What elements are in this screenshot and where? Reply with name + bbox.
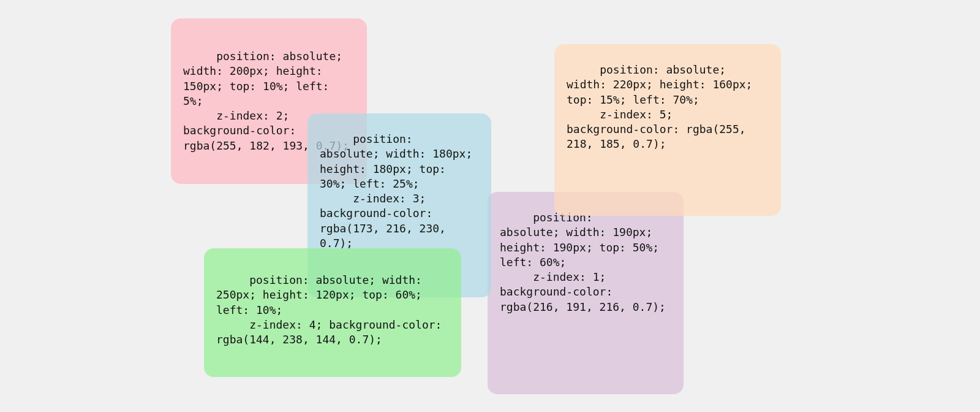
box-orange-line-3: background-color: rgba(255, 218, 185, 0.… (567, 122, 769, 152)
box-green-line-2: z-index: 4; background-color: rgba(144, … (216, 318, 449, 348)
box-pink-line-1: width: 200px; height: 150px; top: 10%; l… (183, 64, 355, 109)
box-blue-line-0: position: (320, 132, 479, 147)
box-green-line-0: position: absolute; width: (216, 273, 449, 288)
box-green: position: absolute; width:250px; height:… (204, 248, 461, 377)
diagram-stage: position: absolute;width: 200px; height:… (162, 18, 824, 411)
box-purple-line-2: z-index: 1; (500, 270, 671, 284)
box-orange: position: absolute;width: 220px; height:… (554, 44, 781, 216)
box-blue-line-3: background-color: rgba(173, 216, 230, 0.… (320, 206, 479, 251)
box-purple-line-1: absolute; width: 190px; height: 190px; t… (500, 225, 671, 270)
box-orange-line-0: position: absolute; (567, 63, 769, 77)
box-blue-line-1: absolute; width: 180px; height: 180px; t… (320, 147, 479, 191)
box-purple-line-3: background-color: rgba(216, 191, 216, 0.… (500, 284, 671, 315)
box-pink-line-0: position: absolute; (183, 49, 355, 64)
box-green-line-1: 250px; height: 120px; top: 60%; left: 10… (216, 288, 449, 318)
box-blue-line-2: z-index: 3; (320, 191, 479, 206)
box-orange-line-1: width: 220px; height: 160px; top: 15%; l… (567, 77, 769, 107)
box-orange-line-2: z-index: 5; (567, 107, 769, 122)
box-purple: position:absolute; width: 190px; height:… (488, 192, 684, 394)
